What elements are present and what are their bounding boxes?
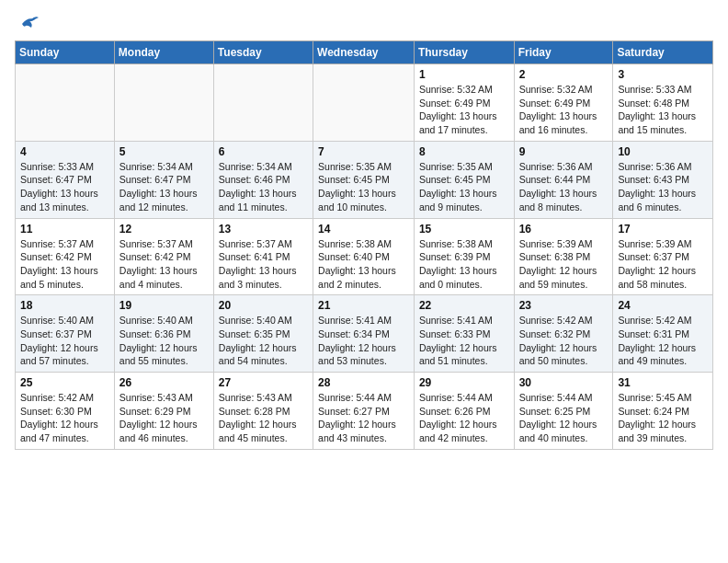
day-number: 15 [419,223,509,236]
calendar-day-cell: 10Sunrise: 5:36 AM Sunset: 6:43 PM Dayli… [613,141,713,218]
day-number: 10 [618,145,708,158]
calendar-day-cell: 5Sunrise: 5:34 AM Sunset: 6:47 PM Daylig… [114,141,213,218]
calendar-day-cell: 14Sunrise: 5:38 AM Sunset: 6:40 PM Dayli… [313,218,415,295]
day-info: Sunrise: 5:35 AM Sunset: 6:45 PM Dayligh… [419,160,509,214]
day-number: 13 [219,223,308,236]
calendar-day-cell: 8Sunrise: 5:35 AM Sunset: 6:45 PM Daylig… [414,141,514,218]
calendar-day-cell: 28Sunrise: 5:44 AM Sunset: 6:27 PM Dayli… [313,373,415,450]
day-number: 16 [519,223,609,236]
calendar-day-cell: 6Sunrise: 5:34 AM Sunset: 6:46 PM Daylig… [213,141,313,218]
calendar-empty-cell [16,64,115,142]
day-info: Sunrise: 5:41 AM Sunset: 6:34 PM Dayligh… [318,314,409,368]
day-info: Sunrise: 5:42 AM Sunset: 6:30 PM Dayligh… [20,391,109,445]
calendar-day-cell: 12Sunrise: 5:37 AM Sunset: 6:42 PM Dayli… [114,218,213,295]
day-number: 9 [519,145,609,158]
calendar-day-cell: 22Sunrise: 5:41 AM Sunset: 6:33 PM Dayli… [414,295,514,373]
day-info: Sunrise: 5:43 AM Sunset: 6:29 PM Dayligh… [119,391,209,445]
day-number: 14 [318,223,409,236]
day-info: Sunrise: 5:42 AM Sunset: 6:31 PM Dayligh… [618,314,708,368]
calendar-day-cell: 7Sunrise: 5:35 AM Sunset: 6:45 PM Daylig… [313,141,415,218]
calendar-empty-cell [313,64,415,142]
weekday-header-sunday: Sunday [16,41,115,64]
calendar-day-cell: 15Sunrise: 5:38 AM Sunset: 6:39 PM Dayli… [414,218,514,295]
calendar-week-row: 1Sunrise: 5:32 AM Sunset: 6:49 PM Daylig… [16,64,713,142]
calendar-day-cell: 19Sunrise: 5:40 AM Sunset: 6:36 PM Dayli… [114,295,213,373]
calendar-day-cell: 31Sunrise: 5:45 AM Sunset: 6:24 PM Dayli… [613,373,713,450]
calendar-week-row: 11Sunrise: 5:37 AM Sunset: 6:42 PM Dayli… [16,218,713,295]
calendar-week-row: 18Sunrise: 5:40 AM Sunset: 6:37 PM Dayli… [16,295,713,373]
day-info: Sunrise: 5:45 AM Sunset: 6:24 PM Dayligh… [618,391,708,445]
day-number: 30 [519,376,609,389]
day-info: Sunrise: 5:42 AM Sunset: 6:32 PM Dayligh… [519,314,609,368]
day-number: 23 [519,299,609,312]
day-number: 8 [419,145,509,158]
weekday-header-tuesday: Tuesday [213,41,313,64]
day-number: 7 [318,145,409,158]
day-info: Sunrise: 5:39 AM Sunset: 6:37 PM Dayligh… [618,237,708,292]
calendar-day-cell: 25Sunrise: 5:42 AM Sunset: 6:30 PM Dayli… [16,373,115,450]
day-number: 28 [318,376,409,389]
day-number: 20 [219,299,308,312]
day-number: 24 [618,299,708,312]
day-number: 4 [20,145,109,158]
calendar-table: SundayMondayTuesdayWednesdayThursdayFrid… [15,40,713,450]
day-info: Sunrise: 5:37 AM Sunset: 6:42 PM Dayligh… [119,237,209,292]
day-number: 19 [119,299,209,312]
calendar-day-cell: 30Sunrise: 5:44 AM Sunset: 6:25 PM Dayli… [514,373,613,450]
calendar-day-cell: 21Sunrise: 5:41 AM Sunset: 6:34 PM Dayli… [313,295,415,373]
weekday-header-monday: Monday [114,41,213,64]
weekday-header-friday: Friday [514,41,613,64]
day-number: 11 [20,223,109,236]
calendar-day-cell: 23Sunrise: 5:42 AM Sunset: 6:32 PM Dayli… [514,295,613,373]
page-header [15,15,713,31]
day-number: 3 [618,68,708,81]
day-info: Sunrise: 5:40 AM Sunset: 6:36 PM Dayligh… [119,314,209,368]
day-info: Sunrise: 5:40 AM Sunset: 6:35 PM Dayligh… [219,314,308,368]
day-number: 1 [419,68,509,81]
day-info: Sunrise: 5:32 AM Sunset: 6:49 PM Dayligh… [419,83,509,137]
weekday-header-wednesday: Wednesday [313,41,415,64]
day-info: Sunrise: 5:44 AM Sunset: 6:27 PM Dayligh… [318,391,409,445]
day-number: 17 [618,223,708,236]
calendar-day-cell: 27Sunrise: 5:43 AM Sunset: 6:28 PM Dayli… [213,373,313,450]
day-number: 26 [119,376,209,389]
day-number: 25 [20,376,109,389]
calendar-day-cell: 29Sunrise: 5:44 AM Sunset: 6:26 PM Dayli… [414,373,514,450]
day-info: Sunrise: 5:43 AM Sunset: 6:28 PM Dayligh… [219,391,308,445]
calendar-empty-cell [114,64,213,142]
day-number: 2 [519,68,609,81]
weekday-header-thursday: Thursday [414,41,514,64]
day-number: 18 [20,299,109,312]
day-info: Sunrise: 5:33 AM Sunset: 6:48 PM Dayligh… [618,83,708,137]
logo [15,15,39,31]
calendar-day-cell: 13Sunrise: 5:37 AM Sunset: 6:41 PM Dayli… [213,218,313,295]
day-info: Sunrise: 5:37 AM Sunset: 6:41 PM Dayligh… [219,237,308,292]
day-info: Sunrise: 5:32 AM Sunset: 6:49 PM Dayligh… [519,83,609,137]
day-info: Sunrise: 5:40 AM Sunset: 6:37 PM Dayligh… [20,314,109,368]
day-number: 31 [618,376,708,389]
calendar-day-cell: 11Sunrise: 5:37 AM Sunset: 6:42 PM Dayli… [16,218,115,295]
day-number: 29 [419,376,509,389]
day-info: Sunrise: 5:38 AM Sunset: 6:40 PM Dayligh… [318,237,409,292]
calendar-day-cell: 17Sunrise: 5:39 AM Sunset: 6:37 PM Dayli… [613,218,713,295]
day-info: Sunrise: 5:38 AM Sunset: 6:39 PM Dayligh… [419,237,509,292]
weekday-header-saturday: Saturday [613,41,713,64]
day-info: Sunrise: 5:34 AM Sunset: 6:46 PM Dayligh… [219,160,308,214]
logo-bird-icon [18,15,39,31]
calendar-header-row: SundayMondayTuesdayWednesdayThursdayFrid… [16,41,713,64]
calendar-day-cell: 2Sunrise: 5:32 AM Sunset: 6:49 PM Daylig… [514,64,613,142]
day-info: Sunrise: 5:35 AM Sunset: 6:45 PM Dayligh… [318,160,409,214]
day-info: Sunrise: 5:44 AM Sunset: 6:25 PM Dayligh… [519,391,609,445]
day-number: 6 [219,145,308,158]
calendar-day-cell: 1Sunrise: 5:32 AM Sunset: 6:49 PM Daylig… [414,64,514,142]
day-number: 22 [419,299,509,312]
calendar-day-cell: 9Sunrise: 5:36 AM Sunset: 6:44 PM Daylig… [514,141,613,218]
day-info: Sunrise: 5:33 AM Sunset: 6:47 PM Dayligh… [20,160,109,214]
day-number: 5 [119,145,209,158]
day-info: Sunrise: 5:36 AM Sunset: 6:44 PM Dayligh… [519,160,609,214]
calendar-day-cell: 26Sunrise: 5:43 AM Sunset: 6:29 PM Dayli… [114,373,213,450]
day-info: Sunrise: 5:36 AM Sunset: 6:43 PM Dayligh… [618,160,708,214]
calendar-day-cell: 18Sunrise: 5:40 AM Sunset: 6:37 PM Dayli… [16,295,115,373]
day-number: 27 [219,376,308,389]
day-info: Sunrise: 5:34 AM Sunset: 6:47 PM Dayligh… [119,160,209,214]
